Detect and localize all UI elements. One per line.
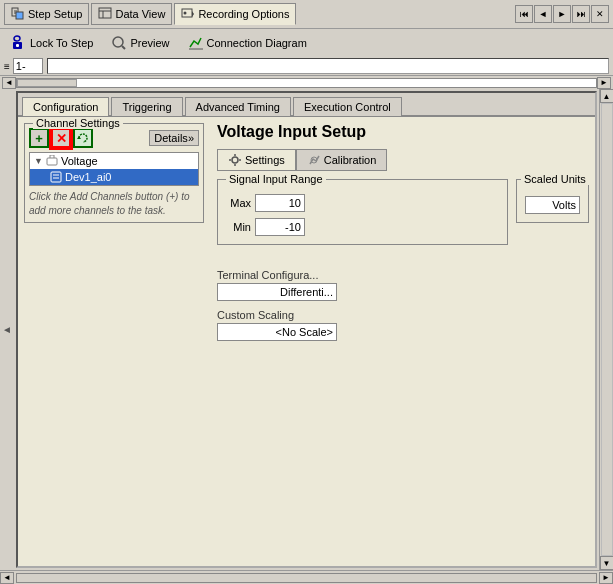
execution-control-tab-label: Execution Control — [304, 101, 391, 113]
scaled-units-input[interactable] — [525, 196, 580, 214]
top-scrollbar-thumb[interactable] — [17, 79, 77, 87]
configuration-tab-content: Channel Settings + ✕ — [18, 117, 595, 566]
channel-tree: ▼ Voltage — [29, 152, 199, 186]
v-scroll-track[interactable] — [601, 103, 613, 556]
content-panel: Configuration Triggering Advanced Timing… — [16, 91, 597, 568]
terminal-config-input[interactable] — [217, 283, 337, 301]
tab-recording-options[interactable]: Recording Options — [174, 3, 296, 25]
svg-line-14 — [122, 46, 125, 49]
action-toolbar: Lock To Step Preview Connection Diagram — [0, 29, 613, 57]
voltage-node-label: Voltage — [61, 155, 98, 167]
copy-channel-button[interactable] — [73, 128, 93, 148]
tab-advanced-timing[interactable]: Advanced Timing — [185, 97, 291, 116]
scroll-left-arrow[interactable]: ◄ — [2, 77, 16, 89]
preview-label: Preview — [130, 37, 169, 49]
nav-prev-button[interactable]: ◄ — [534, 5, 552, 23]
calibration-tab-label: Calibration — [324, 154, 377, 166]
settings-icon — [228, 153, 242, 167]
signal-input-range-group: Signal Input Range Max Min — [217, 179, 508, 245]
svg-rect-21 — [51, 172, 61, 182]
tab-data-view[interactable]: Data View — [91, 3, 172, 25]
settings-tabs-row: Settings Calibration — [217, 149, 589, 171]
step-icon: ≡ — [4, 61, 10, 72]
connection-diagram-button[interactable]: Connection Diagram — [181, 32, 314, 54]
svg-rect-17 — [47, 158, 57, 165]
range-fields: Max Min — [226, 194, 305, 236]
scroll-up-arrow[interactable]: ▲ — [600, 89, 614, 103]
step-number-input[interactable] — [13, 58, 43, 74]
bottom-scroll-left[interactable]: ◄ — [0, 572, 14, 584]
nav-last-button[interactable]: ⏭ — [572, 5, 590, 23]
custom-scaling-section: Custom Scaling — [217, 309, 589, 341]
main-content-area: ◄ Configuration Triggering Advanced Timi… — [0, 89, 613, 570]
step-text-input[interactable] — [47, 58, 609, 74]
bottom-scrollbar-track[interactable] — [16, 573, 597, 583]
svg-point-24 — [232, 157, 238, 163]
tab-triggering[interactable]: Triggering — [111, 97, 182, 116]
max-input[interactable] — [255, 194, 305, 212]
preview-icon — [111, 35, 127, 51]
data-view-icon — [98, 7, 112, 21]
scaled-units-title: Scaled Units — [521, 173, 589, 185]
triggering-tab-label: Triggering — [122, 101, 171, 113]
scroll-right-arrow[interactable]: ► — [597, 77, 611, 89]
calibration-icon — [307, 153, 321, 167]
tree-voltage-node[interactable]: ▼ Voltage — [30, 153, 198, 169]
lock-to-step-label: Lock To Step — [30, 37, 93, 49]
configuration-tab-label: Configuration — [33, 101, 98, 113]
bottom-scroll-right[interactable]: ► — [599, 572, 613, 584]
svg-marker-16 — [77, 136, 81, 139]
left-nav-arrow[interactable]: ◄ — [0, 89, 14, 570]
settings-tab-button[interactable]: Settings — [217, 149, 296, 171]
svg-rect-3 — [16, 12, 23, 19]
preview-button[interactable]: Preview — [104, 32, 176, 54]
content-tabs-row: Configuration Triggering Advanced Timing… — [18, 93, 595, 117]
details-button[interactable]: Details » — [149, 130, 199, 146]
tab-step-setup[interactable]: Step Setup — [4, 3, 89, 25]
dev-node-icon — [50, 171, 62, 183]
signal-range-title: Signal Input Range — [226, 173, 326, 185]
terminal-config-label: Terminal Configura... — [217, 269, 589, 281]
top-scrollbar-track[interactable] — [16, 78, 597, 88]
scaled-units-group: Scaled Units — [516, 179, 589, 223]
add-channel-button[interactable]: + — [29, 128, 49, 148]
bottom-scrollbar-row: ◄ ► — [0, 570, 613, 584]
recording-options-tab-label: Recording Options — [198, 8, 289, 20]
tree-expand-icon: ▼ — [34, 156, 43, 166]
step-setup-tab-label: Step Setup — [28, 8, 82, 20]
min-input[interactable] — [255, 218, 305, 236]
scroll-down-arrow[interactable]: ▼ — [600, 556, 614, 570]
nav-first-button[interactable]: ⏮ — [515, 5, 533, 23]
recording-icon — [181, 7, 195, 21]
advanced-timing-tab-label: Advanced Timing — [196, 101, 280, 113]
connection-diagram-label: Connection Diagram — [207, 37, 307, 49]
voltage-setup-panel: Voltage Input Setup Settings — [217, 123, 589, 560]
remove-channel-button[interactable]: ✕ — [51, 128, 71, 148]
nav-close-button[interactable]: ✕ — [591, 5, 609, 23]
right-scrollbar: ▲ ▼ — [599, 89, 613, 570]
voltage-setup-title: Voltage Input Setup — [217, 123, 589, 141]
details-arrow-icon: » — [188, 132, 194, 144]
nav-next-button[interactable]: ► — [553, 5, 571, 23]
svg-point-13 — [113, 37, 123, 47]
calibration-tab-button[interactable]: Calibration — [296, 149, 388, 171]
svg-rect-12 — [16, 44, 19, 47]
data-view-tab-label: Data View — [115, 8, 165, 20]
settings-tab-label: Settings — [245, 154, 285, 166]
svg-point-9 — [184, 12, 187, 15]
window-nav-controls: ⏮ ◄ ► ⏭ ✕ — [515, 5, 609, 23]
max-label: Max — [226, 197, 251, 209]
tab-configuration[interactable]: Configuration — [22, 97, 109, 116]
tree-dev1-ai0-node[interactable]: Dev1_ai0 — [30, 169, 198, 185]
max-field-row: Max — [226, 194, 305, 212]
lock-to-step-button[interactable]: Lock To Step — [4, 32, 100, 54]
step-setup-icon — [11, 7, 25, 21]
window-tabs-bar: Step Setup Data View Recording Options — [0, 0, 613, 29]
terminal-config-section: Terminal Configura... — [217, 269, 589, 301]
min-field-row: Min — [226, 218, 305, 236]
tab-execution-control[interactable]: Execution Control — [293, 97, 402, 116]
voltage-node-icon — [46, 155, 58, 167]
custom-scaling-input[interactable] — [217, 323, 337, 341]
svg-marker-8 — [192, 11, 194, 17]
channel-settings-title: Channel Settings — [33, 117, 123, 129]
